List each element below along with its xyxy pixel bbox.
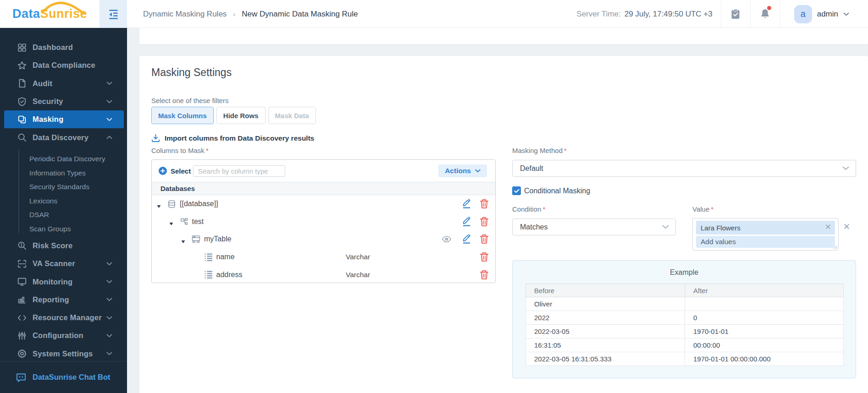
chatbot-label: DataSunrise Chat Bot: [33, 373, 111, 382]
mask-data-button[interactable]: Mask Data: [268, 107, 316, 124]
tree-node-name[interactable]: name: [216, 253, 235, 261]
sidebar-item-system-settings[interactable]: System Settings: [0, 345, 127, 363]
example-before-cell: Oliver: [526, 297, 685, 311]
breadcrumb-parent-link[interactable]: Dynamic Masking Rules: [143, 10, 227, 19]
main-content: Masking Settings Select one of these fil…: [127, 28, 868, 393]
user-menu[interactable]: a admin: [780, 5, 868, 23]
example-row: 16:31:0500:00:00: [526, 338, 844, 352]
delete-icon[interactable]: [477, 248, 495, 266]
sidebar-subitem-periodic-data-discovery[interactable]: Periodic Data Discovery: [0, 152, 127, 166]
sidebar-item-masking[interactable]: Masking: [4, 110, 124, 128]
sidebar-subitem-dsar[interactable]: DSAR: [0, 208, 127, 222]
sidebar-item-label: Security: [33, 97, 63, 106]
tree-expander-icon[interactable]: [169, 219, 173, 224]
sidebar-collapse-button[interactable]: [100, 0, 127, 28]
tree-row-mytable: myTable: [152, 230, 495, 248]
chevron-down-icon: [105, 80, 113, 87]
column-icon: [204, 253, 213, 262]
sidebar-item-security[interactable]: Security: [0, 93, 127, 110]
remove-condition-icon[interactable]: [844, 224, 850, 229]
value-box: Lara Flowers: [692, 218, 839, 251]
tree-row-database: [[database]]: [152, 195, 495, 213]
condition-value: Matches: [520, 223, 547, 231]
tree-row-test: test: [152, 213, 495, 231]
user-name: admin: [817, 10, 838, 19]
sidebar-item-data-discovery[interactable]: Data Discovery: [0, 128, 127, 146]
sidebar-item-data-compliance[interactable]: Data Compliance: [0, 56, 127, 74]
sidebar-item-chatbot[interactable]: DataSunrise Chat Bot: [0, 361, 127, 393]
logo-data: Data: [12, 7, 40, 21]
star-icon: [17, 60, 27, 71]
sidebar-subitem-security-standards[interactable]: Security Standards: [0, 180, 127, 194]
hide-rows-button[interactable]: Hide Rows: [216, 107, 265, 124]
tree-expander-icon[interactable]: [157, 202, 161, 206]
conditional-masking-checkbox[interactable]: [512, 186, 521, 195]
example-after-cell: 00:00:00: [685, 338, 844, 352]
sidebar-subitem-lexicons[interactable]: Lexicons: [0, 194, 127, 208]
column-search-input[interactable]: [193, 165, 285, 177]
tree-row-actions: [477, 248, 495, 266]
actions-button[interactable]: Actions: [438, 164, 487, 177]
tree-node-name[interactable]: myTable: [204, 235, 232, 243]
chevron-down-icon: [105, 314, 113, 322]
database-icon: [167, 200, 176, 208]
chevron-down-icon: [105, 260, 113, 267]
delete-icon[interactable]: [477, 195, 495, 213]
conditional-masking-checkbox-row[interactable]: Conditional Masking: [512, 186, 590, 195]
sidebar-item-dashboard[interactable]: Dashboard: [0, 38, 127, 56]
condition-label: Condition*: [512, 205, 545, 213]
sidebar-item-configuration[interactable]: Configuration: [0, 327, 127, 344]
server-time-value: 29 July, 17:49:50 UTC +3: [625, 10, 713, 19]
sidebar-item-reporting[interactable]: Reporting: [0, 291, 127, 309]
sidebar-item-risk-score[interactable]: Risk Score: [0, 237, 127, 255]
sidebar-item-va-scanner[interactable]: VA Scanner: [0, 255, 127, 273]
sidebar-subitem-scan-groups[interactable]: Scan Groups: [0, 222, 127, 236]
delete-icon[interactable]: [477, 230, 495, 248]
actions-button-label: Actions: [445, 167, 471, 175]
sidebar-item-monitoring[interactable]: Monitoring: [0, 273, 127, 290]
remove-tag-icon[interactable]: [825, 224, 831, 229]
sidebar-item-resource-manager[interactable]: Resource Manager: [0, 309, 127, 327]
tree-expander-icon[interactable]: [181, 237, 185, 241]
example-table-head: Before After: [526, 284, 844, 297]
chatbot-icon: [16, 372, 27, 383]
example-after-cell: [685, 297, 844, 311]
resize-grip[interactable]: [833, 245, 838, 250]
tree-toolbar: Select Actions: [152, 160, 495, 182]
import-columns-link[interactable]: Import columns from Data Discovery resul…: [151, 134, 314, 142]
mask-columns-button[interactable]: Mask Columns: [151, 107, 214, 124]
delete-icon[interactable]: [477, 213, 495, 231]
sidebar-subitem-information-types[interactable]: Information Types: [0, 166, 127, 180]
previous-card-bottom: [139, 28, 868, 44]
edit-icon[interactable]: [457, 195, 477, 213]
breadcrumb: Dynamic Masking Rules › New Dynamic Data…: [143, 0, 358, 28]
masking-method-value: Default: [520, 164, 543, 173]
tree-node-name[interactable]: [[database]]: [180, 200, 218, 208]
masking-method-select[interactable]: Default: [512, 160, 856, 177]
tree-node-type: Varchar: [346, 271, 370, 279]
tree-node-name[interactable]: test: [192, 218, 204, 226]
select-columns-button[interactable]: Select: [159, 160, 191, 182]
sidebar-item-label: Audit: [33, 79, 52, 88]
condition-select[interactable]: Matches: [512, 218, 676, 235]
datasunrise-logo[interactable]: DataSunrise: [0, 0, 100, 28]
tasks-button[interactable]: [721, 0, 750, 28]
edit-icon[interactable]: [457, 230, 477, 248]
columns-to-mask-label-text: Columns to Mask: [151, 147, 205, 154]
edit-icon[interactable]: [457, 213, 477, 231]
example-header-row: Before After: [526, 284, 844, 297]
value-tag: Lara Flowers: [696, 221, 835, 235]
add-values-input[interactable]: [696, 236, 835, 248]
collapse-sidebar-icon: [108, 9, 119, 19]
value-label: Value*: [692, 205, 713, 213]
sidebar: Dashboard Data Compliance Audit Security…: [0, 28, 127, 393]
eye-icon[interactable]: [437, 230, 457, 248]
required-asterisk: *: [542, 205, 545, 213]
delete-icon[interactable]: [477, 266, 495, 284]
sidebar-item-audit[interactable]: Audit: [0, 75, 127, 93]
tree-node-name[interactable]: address: [216, 271, 243, 279]
notifications-button[interactable]: [751, 0, 780, 28]
example-after-cell: 1970-01-01 00:00:00.000: [685, 352, 844, 366]
sliders-icon: [17, 330, 27, 341]
top-header: DataSunrise Dynamic Masking Rules › New …: [0, 0, 868, 28]
